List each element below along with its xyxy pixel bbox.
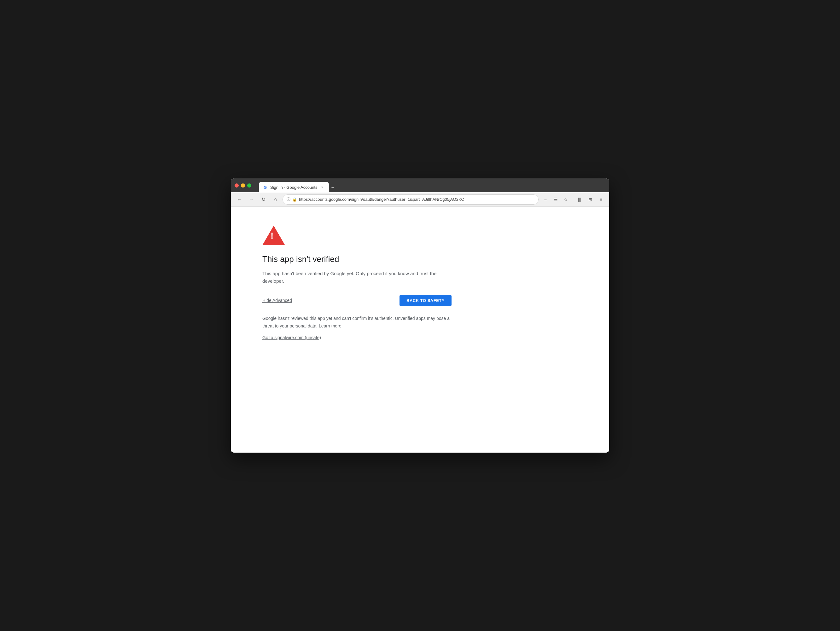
window-controls xyxy=(235,183,251,188)
advanced-notice-text: Google hasn't reviewed this app yet and … xyxy=(262,315,452,330)
home-button[interactable]: ⌂ xyxy=(270,195,280,204)
info-icon: ⓘ xyxy=(287,197,291,202)
pocket-button[interactable]: ☰ xyxy=(551,195,560,204)
close-window-button[interactable] xyxy=(235,183,239,188)
warning-title: This app isn't verified xyxy=(262,254,452,265)
bookmarks-sidebar-button[interactable]: ||| xyxy=(575,195,584,204)
nav-bar: ← → ↻ ⌂ ⓘ 🔒 https://accounts.google.com/… xyxy=(231,192,609,207)
page-content: This app isn't verified This app hasn't … xyxy=(231,207,609,453)
maximize-window-button[interactable] xyxy=(247,183,251,188)
active-tab[interactable]: G Sign in - Google Accounts × xyxy=(259,182,329,192)
new-tab-button[interactable]: + xyxy=(329,183,337,192)
tabs-bar: G Sign in - Google Accounts × + xyxy=(256,178,605,192)
minimize-window-button[interactable] xyxy=(241,183,245,188)
browser-controls: ||| ⊞ ≡ xyxy=(575,195,605,204)
warning-icon-container xyxy=(262,226,452,246)
reload-button[interactable]: ↻ xyxy=(259,195,268,204)
back-button[interactable]: ← xyxy=(235,195,244,204)
tab-view-button[interactable]: ⊞ xyxy=(586,195,595,204)
title-bar: G Sign in - Google Accounts × + xyxy=(231,178,609,192)
nav-right-icons: ··· ☰ ☆ xyxy=(541,195,570,204)
tab-title: Sign in - Google Accounts xyxy=(270,185,317,190)
menu-button[interactable]: ≡ xyxy=(597,195,605,204)
browser-window: G Sign in - Google Accounts × + ← → ↻ ⌂ … xyxy=(231,178,609,453)
hide-advanced-button[interactable]: Hide Advanced xyxy=(262,298,292,303)
learn-more-link[interactable]: Learn more xyxy=(319,323,341,328)
tab-close-button[interactable]: × xyxy=(320,185,325,190)
warning-description: This app hasn't been verified by Google … xyxy=(262,270,452,285)
bookmark-button[interactable]: ☆ xyxy=(561,195,570,204)
advanced-notice-main: Google hasn't reviewed this app yet and … xyxy=(262,316,450,328)
url-text: https://accounts.google.com/signin/oauth… xyxy=(299,197,534,202)
lock-icon: 🔒 xyxy=(292,197,297,202)
warning-container: This app isn't verified This app hasn't … xyxy=(262,226,452,434)
more-options-button[interactable]: ··· xyxy=(541,195,550,204)
warning-triangle-icon xyxy=(262,226,285,245)
address-bar[interactable]: ⓘ 🔒 https://accounts.google.com/signin/o… xyxy=(283,194,538,205)
actions-row: Hide Advanced BACK TO SAFETY xyxy=(262,295,452,306)
proceed-unsafe-button[interactable]: Go to signalwire.com (unsafe) xyxy=(262,335,321,340)
tab-favicon: G xyxy=(263,185,268,190)
back-to-safety-button[interactable]: BACK TO SAFETY xyxy=(399,295,452,306)
forward-button[interactable]: → xyxy=(246,195,256,204)
